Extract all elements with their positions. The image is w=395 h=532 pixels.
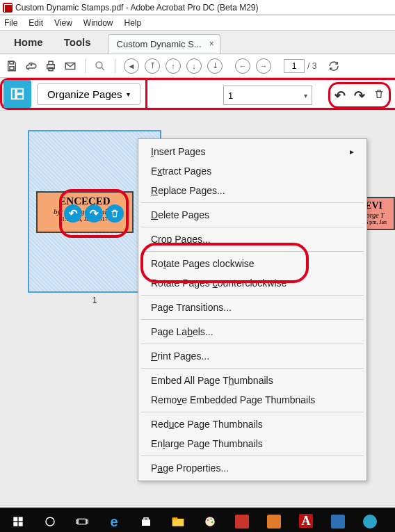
svg-rect-9 bbox=[17, 95, 23, 99]
rotate-group: ↶ ↷ bbox=[328, 82, 391, 108]
separator bbox=[141, 227, 364, 227]
menu-remove-thumbnails[interactable]: Remove Embedded Page Thumbnails bbox=[138, 390, 366, 410]
menu-delete-pages[interactable]: Delete Pages bbox=[138, 205, 366, 225]
menu-page-transitions[interactable]: Page Transitions... bbox=[138, 298, 366, 317]
menu-rotate-ccw[interactable]: Rotate Pages counterclockwise bbox=[138, 273, 366, 293]
thumbnail-area: ENCECED by: George T Kaiser 1:2 pm, Jan … bbox=[0, 110, 395, 532]
mail-icon[interactable] bbox=[64, 60, 76, 72]
svg-rect-16 bbox=[76, 520, 78, 524]
organize-pages-label: Organize Pages bbox=[47, 88, 122, 100]
svg-point-23 bbox=[211, 522, 213, 523]
taskbar: e A bbox=[0, 508, 395, 532]
tab-row: Home Tools Custom Dynamic S... × bbox=[0, 31, 395, 54]
edge-icon[interactable]: e bbox=[99, 508, 129, 532]
separator bbox=[85, 59, 86, 73]
thumb-delete-button[interactable] bbox=[106, 204, 124, 223]
prev-view-icon[interactable]: ◄ bbox=[124, 58, 139, 74]
context-menu: Insert PagesInsert Pages ▸ Extract Pages… bbox=[138, 138, 367, 481]
svg-rect-19 bbox=[172, 517, 178, 519]
menu-enlarge-thumbnails[interactable]: Enlarge Page Thumbnails bbox=[138, 434, 366, 453]
separator bbox=[141, 344, 364, 344]
page-range-dropdown[interactable]: 1 ▾ bbox=[223, 86, 312, 105]
close-icon[interactable]: × bbox=[209, 39, 214, 49]
svg-point-20 bbox=[205, 517, 215, 526]
svg-rect-10 bbox=[13, 517, 17, 521]
cortana-icon[interactable] bbox=[35, 508, 65, 532]
thumb-rotate-cw-button[interactable]: ↷ bbox=[85, 204, 103, 223]
back-icon[interactable]: ← bbox=[235, 58, 250, 74]
store-icon[interactable] bbox=[131, 508, 161, 532]
cloud-icon[interactable] bbox=[25, 60, 38, 72]
tab-home[interactable]: Home bbox=[4, 31, 53, 54]
caret-down-icon: ▾ bbox=[127, 90, 130, 98]
svg-rect-12 bbox=[13, 522, 17, 526]
acrobat-logo-icon bbox=[3, 3, 13, 13]
separator bbox=[141, 368, 364, 369]
menubar: File Edit View Window Help bbox=[0, 15, 395, 31]
print-icon[interactable] bbox=[45, 60, 57, 72]
svg-point-6 bbox=[96, 62, 102, 68]
explorer-icon[interactable] bbox=[163, 508, 193, 532]
organize-pages-icon[interactable] bbox=[3, 80, 31, 108]
menu-extract-pages[interactable]: Extract Pages bbox=[138, 161, 366, 181]
menu-embed-thumbnails[interactable]: Embed All Page Thumbnails bbox=[138, 371, 366, 390]
rotate-cw-button[interactable]: ↷ bbox=[354, 88, 365, 104]
page-number-input[interactable] bbox=[284, 59, 305, 73]
organize-bar: Organize Pages ▾ 1 ▾ ↶ ↷ bbox=[0, 78, 395, 110]
paint-icon[interactable] bbox=[195, 508, 225, 532]
svg-rect-11 bbox=[19, 517, 23, 521]
organize-pages-dropdown[interactable]: Organize Pages ▾ bbox=[37, 83, 140, 105]
menu-window[interactable]: Window bbox=[83, 18, 113, 28]
menu-help[interactable]: Help bbox=[124, 18, 142, 28]
app-icon-blue[interactable] bbox=[323, 508, 353, 532]
menu-replace-pages[interactable]: Replace Pages... bbox=[138, 181, 366, 200]
menu-insert-pages[interactable]: Insert PagesInsert Pages ▸ bbox=[138, 142, 366, 161]
menu-crop-pages[interactable]: Crop Pages... bbox=[138, 229, 366, 249]
search-icon[interactable] bbox=[94, 60, 106, 72]
menu-view[interactable]: View bbox=[54, 18, 72, 28]
last-page-icon[interactable]: ⤓ bbox=[207, 58, 223, 74]
page-select-value: 1 bbox=[228, 90, 233, 101]
tab-tools[interactable]: Tools bbox=[54, 31, 101, 54]
menu-page-labels[interactable]: Page Labels... bbox=[138, 322, 366, 341]
page-down-icon[interactable]: ↓ bbox=[186, 58, 202, 74]
tab-document[interactable]: Custom Dynamic S... × bbox=[108, 34, 220, 54]
menu-page-properties[interactable]: Page Properties... bbox=[138, 458, 366, 478]
separator bbox=[141, 456, 364, 456]
refresh-icon[interactable] bbox=[328, 60, 340, 72]
menu-file[interactable]: File bbox=[4, 18, 17, 28]
separator bbox=[141, 251, 364, 252]
page-total-label: / 3 bbox=[307, 61, 316, 71]
window-title: Custom Dynamic Stamps.pdf - Adobe Acroba… bbox=[15, 3, 258, 13]
svg-rect-8 bbox=[17, 89, 23, 93]
svg-rect-7 bbox=[12, 89, 16, 99]
rotate-ccw-button[interactable]: ↶ bbox=[334, 88, 346, 104]
svg-rect-17 bbox=[86, 520, 88, 524]
thumb-rotate-ccw-button[interactable]: ↶ bbox=[64, 204, 82, 223]
first-page-icon[interactable]: ⤒ bbox=[145, 58, 160, 74]
app-icon-red[interactable] bbox=[227, 508, 257, 532]
svg-point-14 bbox=[46, 517, 54, 526]
menu-edit[interactable]: Edit bbox=[29, 18, 43, 28]
separator bbox=[141, 319, 364, 320]
taskview-icon[interactable] bbox=[67, 508, 97, 532]
app-icon-orange[interactable] bbox=[259, 508, 289, 532]
menu-print-pages[interactable]: Print Pages... bbox=[138, 346, 366, 366]
menu-reduce-thumbnails[interactable]: Reduce Page Thumbnails bbox=[138, 414, 366, 434]
svg-rect-0 bbox=[10, 66, 14, 70]
separator bbox=[115, 59, 115, 73]
submenu-arrow-icon: ▸ bbox=[350, 147, 354, 156]
app-icon-cyan[interactable] bbox=[355, 508, 385, 532]
svg-rect-3 bbox=[49, 61, 53, 65]
page-up-icon[interactable]: ↑ bbox=[166, 58, 181, 74]
caret-down-icon: ▾ bbox=[304, 92, 307, 99]
start-button[interactable] bbox=[3, 508, 33, 532]
delete-page-icon[interactable] bbox=[373, 88, 385, 102]
forward-icon[interactable]: → bbox=[256, 58, 271, 74]
menu-rotate-cw[interactable]: Rotate Pages clockwise bbox=[138, 254, 366, 273]
save-icon[interactable] bbox=[6, 60, 18, 72]
svg-rect-13 bbox=[19, 522, 23, 526]
acrobat-taskbar-icon[interactable]: A bbox=[291, 508, 321, 532]
thumbnail-hover-controls: ↶ ↷ bbox=[59, 189, 129, 238]
main-toolbar: ◄ ⤒ ↑ ↓ ⤓ ← → / 3 bbox=[0, 54, 395, 78]
